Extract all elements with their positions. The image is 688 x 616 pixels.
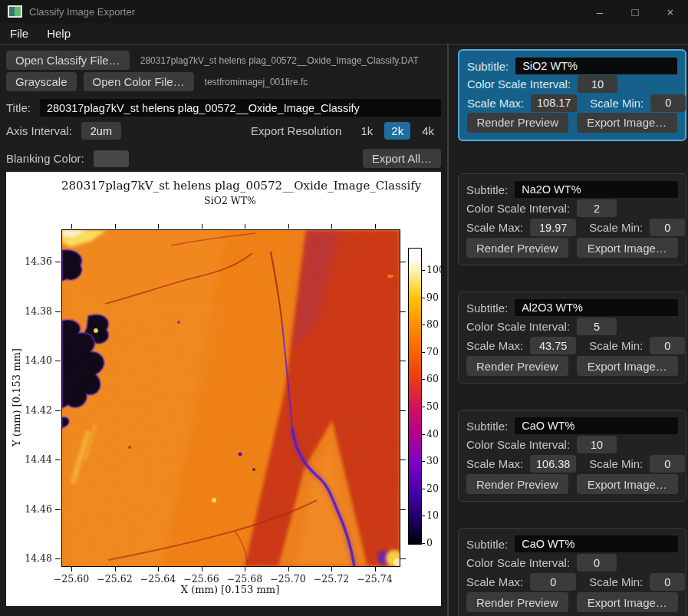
- y-tick-mark: [55, 262, 61, 262]
- scale-max-input[interactable]: [530, 337, 576, 354]
- render-preview-button[interactable]: Render Preview: [466, 474, 568, 494]
- colorbar-tick-mark: [422, 489, 425, 489]
- scale-min-input[interactable]: [650, 455, 685, 473]
- resolution-2k[interactable]: 2k: [384, 122, 410, 140]
- classify-filename: 280317plag7kV_st helens plag_00572__Oxid…: [140, 55, 419, 66]
- interval-input[interactable]: [577, 554, 617, 572]
- colorbar-tick-label: 90: [426, 292, 439, 303]
- maximize-button[interactable]: □: [617, 0, 653, 23]
- scale-min-input[interactable]: [650, 94, 686, 112]
- scale-max-label: Scale Max:: [467, 97, 524, 110]
- blanking-color-swatch[interactable]: [94, 150, 129, 167]
- resolution-4k[interactable]: 4k: [415, 122, 441, 140]
- axis-interval-input[interactable]: [81, 122, 121, 140]
- channel-card: Subtitle: Color Scale Interval: Scale Ma…: [458, 410, 686, 502]
- colorbar-tick-label: 80: [426, 318, 439, 330]
- colorbar-tick-label: 70: [426, 346, 439, 357]
- subtitle-input[interactable]: [515, 417, 678, 434]
- scale-min-label: Scale Min:: [589, 575, 643, 588]
- colorbar: [408, 248, 422, 545]
- subtitle-label: Subtitle:: [466, 301, 508, 315]
- menu-file[interactable]: File: [10, 27, 28, 40]
- export-image-button[interactable]: Export Image…: [577, 356, 679, 376]
- scale-min-input[interactable]: [650, 573, 685, 591]
- subtitle-input[interactable]: [515, 299, 678, 316]
- y-tick-mark: [400, 311, 406, 312]
- scale-max-input[interactable]: [531, 94, 577, 112]
- app-icon: [8, 5, 22, 18]
- channel-card: Subtitle: Color Scale Interval: Scale Ma…: [458, 292, 686, 384]
- colorbar-tick-mark: [422, 298, 425, 298]
- x-tick-label: −25.68: [227, 573, 262, 585]
- open-classify-file-button[interactable]: Open Classify File…: [6, 51, 130, 70]
- scale-min-input[interactable]: [650, 219, 685, 236]
- render-preview-button[interactable]: Render Preview: [466, 356, 568, 376]
- y-tick-label: 14.38: [18, 305, 52, 317]
- colorbar-tick-mark: [422, 352, 425, 353]
- y-tick-label: 14.42: [18, 404, 52, 416]
- export-resolution-label: Export Resolution: [251, 124, 341, 137]
- x-tick-mark: [158, 567, 159, 572]
- minimize-button[interactable]: –: [582, 0, 617, 23]
- channel-card-list: Subtitle: Color Scale Interval: Scale Ma…: [458, 49, 686, 616]
- x-tick-mark: [331, 567, 332, 572]
- interval-input[interactable]: [577, 318, 617, 335]
- channel-card: Subtitle: Color Scale Interval: Scale Ma…: [458, 528, 686, 616]
- export-image-button[interactable]: Export Image…: [577, 113, 678, 133]
- scale-max-input[interactable]: [530, 455, 576, 473]
- interval-input[interactable]: [577, 436, 617, 453]
- subtitle-input[interactable]: [515, 535, 678, 552]
- scale-max-input[interactable]: [530, 219, 576, 236]
- colorbar-tick-label: 20: [426, 483, 439, 494]
- panel-divider[interactable]: [447, 44, 449, 616]
- export-image-button[interactable]: Export Image…: [577, 474, 679, 494]
- subtitle-label: Subtitle:: [467, 60, 509, 73]
- interval-label: Color Scale Interval:: [467, 77, 571, 91]
- scale-min-label: Scale Min:: [589, 339, 643, 352]
- colorbar-tick-label: 30: [426, 455, 439, 466]
- subtitle-label: Subtitle:: [466, 420, 508, 433]
- x-tick-mark: [331, 224, 332, 229]
- y-tick-label: 14.48: [18, 552, 52, 564]
- x-tick-mark: [115, 567, 116, 572]
- subtitle-input[interactable]: [515, 58, 677, 74]
- y-tick-mark: [55, 410, 61, 411]
- subtitle-input[interactable]: [515, 181, 678, 198]
- resolution-1k[interactable]: 1k: [354, 122, 380, 140]
- scale-max-label: Scale Max:: [466, 457, 523, 470]
- plot-title: 280317plag7kV_st helens plag_00572__Oxid…: [61, 179, 399, 193]
- x-tick-label: −25.64: [140, 573, 176, 585]
- export-image-button[interactable]: Export Image…: [577, 592, 679, 612]
- render-preview-button[interactable]: Render Preview: [466, 592, 568, 612]
- title-bar: Classify Image Exporter – □ ×: [0, 0, 688, 23]
- export-all-button[interactable]: Export All…: [363, 149, 441, 168]
- interval-input[interactable]: [578, 75, 617, 93]
- colorbar-tick-mark: [422, 461, 425, 462]
- interval-label: Color Scale Interval:: [466, 202, 570, 215]
- colorbar-tick-label: 10: [426, 509, 439, 521]
- x-tick-mark: [71, 567, 72, 572]
- title-input[interactable]: [40, 99, 441, 117]
- scale-max-input[interactable]: [530, 573, 576, 591]
- export-image-button[interactable]: Export Image…: [577, 238, 679, 258]
- scale-max-label: Scale Max:: [466, 575, 523, 588]
- scale-max-label: Scale Max:: [466, 221, 523, 234]
- x-tick-mark: [245, 567, 245, 572]
- y-tick-mark: [55, 558, 61, 559]
- grayscale-button[interactable]: Grayscale: [6, 72, 77, 91]
- x-tick-label: −25.66: [183, 573, 219, 585]
- y-tick-mark: [400, 558, 406, 559]
- channel-card: Subtitle: Color Scale Interval: Scale Ma…: [458, 49, 686, 141]
- render-preview-button[interactable]: Render Preview: [467, 113, 568, 133]
- close-button[interactable]: ×: [653, 0, 688, 23]
- render-preview-button[interactable]: Render Preview: [466, 238, 568, 258]
- y-tick-mark: [400, 460, 406, 460]
- open-color-file-button[interactable]: Open Color File…: [84, 72, 194, 91]
- x-tick-label: −25.72: [314, 573, 349, 585]
- y-tick-mark: [55, 311, 61, 312]
- interval-input[interactable]: [577, 199, 617, 217]
- y-tick-mark: [400, 361, 406, 361]
- subtitle-label: Subtitle:: [466, 538, 508, 551]
- scale-min-input[interactable]: [650, 337, 685, 354]
- menu-help[interactable]: Help: [47, 27, 71, 40]
